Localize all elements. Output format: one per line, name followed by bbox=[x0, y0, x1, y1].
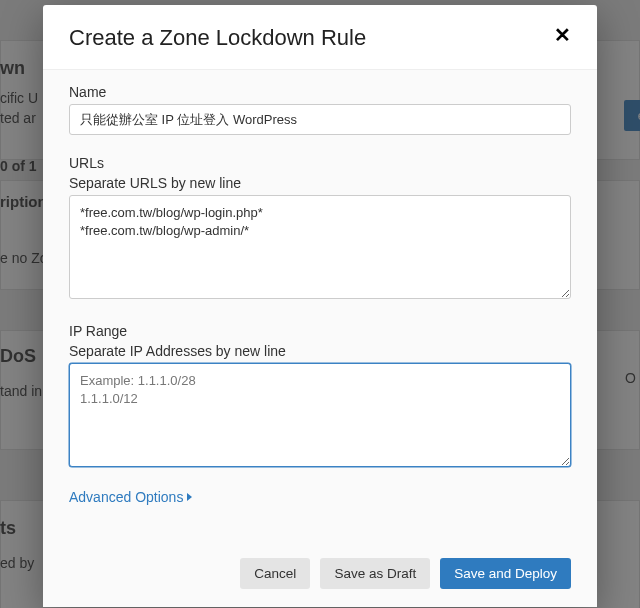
ip-range-help: Separate IP Addresses by new line bbox=[69, 343, 571, 359]
modal-header: Create a Zone Lockdown Rule ✕ bbox=[43, 5, 597, 69]
zone-lockdown-modal: Create a Zone Lockdown Rule ✕ Name URLs … bbox=[43, 5, 597, 607]
ip-range-label: IP Range bbox=[69, 323, 571, 339]
name-section: Name bbox=[69, 84, 571, 135]
modal-footer: Cancel Save as Draft Save and Deploy bbox=[43, 544, 597, 607]
ip-range-section: IP Range Separate IP Addresses by new li… bbox=[69, 323, 571, 471]
urls-section: URLs Separate URLS by new line bbox=[69, 155, 571, 303]
save-deploy-button[interactable]: Save and Deploy bbox=[440, 558, 571, 589]
urls-help: Separate URLS by new line bbox=[69, 175, 571, 191]
advanced-options-toggle[interactable]: Advanced Options bbox=[69, 489, 192, 505]
modal-title: Create a Zone Lockdown Rule bbox=[69, 25, 366, 51]
cancel-button[interactable]: Cancel bbox=[240, 558, 310, 589]
name-label: Name bbox=[69, 84, 571, 100]
urls-label: URLs bbox=[69, 155, 571, 171]
close-icon[interactable]: ✕ bbox=[554, 25, 571, 45]
chevron-right-icon bbox=[187, 493, 192, 501]
urls-textarea[interactable] bbox=[69, 195, 571, 299]
save-draft-button[interactable]: Save as Draft bbox=[320, 558, 430, 589]
ip-range-textarea[interactable] bbox=[69, 363, 571, 467]
advanced-options-label: Advanced Options bbox=[69, 489, 183, 505]
modal-body: Name URLs Separate URLS by new line IP R… bbox=[43, 69, 597, 544]
name-input[interactable] bbox=[69, 104, 571, 135]
